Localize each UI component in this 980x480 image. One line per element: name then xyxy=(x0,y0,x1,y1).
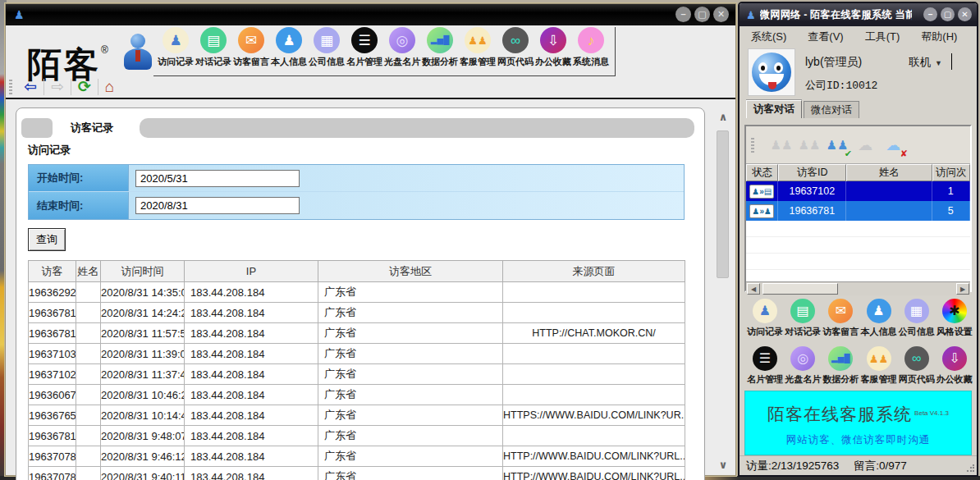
end-chat[interactable]: ☁ xyxy=(851,133,879,158)
col-name[interactable]: 姓名 xyxy=(76,261,101,282)
accept-chat[interactable]: ♟♟✔ xyxy=(823,133,851,158)
visitor-messages[interactable]: ✉访客留言 xyxy=(232,27,270,74)
col-region[interactable]: 访客地区 xyxy=(318,261,503,282)
visitor-name xyxy=(846,201,932,221)
table-row[interactable]: 196367812020/8/31 9:48:07183.44.208.184广… xyxy=(29,426,685,446)
close-button[interactable]: ✕ xyxy=(713,7,729,22)
start-date-input[interactable] xyxy=(135,170,300,187)
company-info[interactable]: ▦公司信息 xyxy=(898,299,936,340)
tab-visitor-chat[interactable]: 访客对话 xyxy=(746,100,802,118)
console-titlebar[interactable]: ♟ 微网网络 - 陌客在线客服系统 当前位... – ▢ ✕ xyxy=(740,3,977,26)
table-row[interactable]: 196367652020/8/31 10:14:47183.44.208.184… xyxy=(29,405,685,426)
table-row[interactable]: 196371022020/8/31 11:37:45183.44.208.184… xyxy=(29,364,685,385)
col-visit-count[interactable]: 访问次 xyxy=(932,164,970,181)
vertical-scrollbar[interactable]: ∧ ∨ xyxy=(714,109,732,473)
back-button[interactable]: ⇦ xyxy=(17,78,44,96)
close-button[interactable]: ✕ xyxy=(958,7,972,21)
main-titlebar[interactable]: ♟ – ▢ ✕ xyxy=(6,4,735,25)
col-ip[interactable]: IP xyxy=(185,261,318,282)
horizontal-scrollbar[interactable]: ◀ ▶ xyxy=(746,281,970,295)
table-row[interactable]: 196370782020/8/31 9:46:12183.44.208.184广… xyxy=(29,446,685,467)
table-header-row: 访客 姓名 访问时间 IP 访客地区 来源页面 xyxy=(29,261,685,282)
card-management[interactable]: ☰名片管理 xyxy=(346,27,383,74)
visitor-status-icon: ♟»▤ xyxy=(749,185,774,199)
cell-ip: 183.44.208.184 xyxy=(185,323,318,344)
scroll-left-icon[interactable]: ◀ xyxy=(747,283,760,295)
scrollbar-thumb[interactable] xyxy=(717,130,729,278)
minimize-button[interactable]: – xyxy=(675,7,691,22)
maximize-button[interactable]: ▢ xyxy=(694,7,710,22)
table-row[interactable]: 196371032020/8/31 11:39:08183.44.208.184… xyxy=(29,344,685,364)
my-info[interactable]: ♟本人信息 xyxy=(860,299,898,340)
table-row[interactable]: 196362922020/8/31 14:35:01183.44.208.184… xyxy=(29,282,685,303)
end-date-input[interactable] xyxy=(135,197,300,214)
visit-records[interactable]: ♟访问记录 xyxy=(746,299,784,340)
scroll-up-icon[interactable]: ∧ xyxy=(717,111,730,124)
icon-label: 名片管理 xyxy=(346,56,382,68)
status-dropdown[interactable]: 联机▼ xyxy=(909,55,942,70)
service-management[interactable]: ♟♟客服管理 xyxy=(459,27,497,74)
company-info[interactable]: ▦公司信息 xyxy=(308,27,346,74)
minimize-button[interactable]: – xyxy=(923,7,937,21)
scroll-down-icon[interactable]: ∨ xyxy=(717,459,730,472)
disc-card[interactable]: ◎光盘名片 xyxy=(383,27,421,74)
cell-visitor: 19637078 xyxy=(29,467,76,480)
card-management[interactable]: ☰名片管理 xyxy=(746,346,784,387)
table-row[interactable]: 196367812020/8/31 14:24:24183.44.208.184… xyxy=(29,303,685,323)
invite-visitor[interactable]: ♟♟ xyxy=(767,133,795,158)
visitor-chat-panel: ♟♟♟♟♟♟✔☁☁✘ 状态 访客ID 姓名 访问次 ♟»▤ 19637102 1… xyxy=(744,125,972,292)
home-button[interactable]: ⌂ xyxy=(98,78,121,96)
col-source[interactable]: 来源页面 xyxy=(503,261,685,282)
icon-label: 访问记录 xyxy=(158,56,194,68)
cell-source: HTTPS://WWW.BAIDU.COM/LINK?UR.. xyxy=(503,405,685,426)
menu-view[interactable]: 查看(V) xyxy=(808,30,843,44)
tab-wechat-chat[interactable]: 微信对话 xyxy=(804,101,859,118)
cell-ip: 183.44.208.184 xyxy=(185,446,318,467)
col-time[interactable]: 访问时间 xyxy=(101,261,185,282)
col-visitor[interactable]: 访客 xyxy=(29,261,76,282)
cell-visitor: 19636781 xyxy=(29,323,76,344)
table-row[interactable]: 196370782020/8/31 9:40:11183.44.208.184广… xyxy=(29,467,685,480)
refresh-button[interactable]: ⟳ xyxy=(71,78,98,96)
data-analysis[interactable]: ▂▅█数据分析 xyxy=(421,27,459,74)
visit-count: 5 xyxy=(932,201,970,221)
col-name[interactable]: 姓名 xyxy=(846,164,932,181)
data-analysis[interactable]: ▂▅█数据分析 xyxy=(822,346,859,387)
scroll-right-icon[interactable]: ▶ xyxy=(956,283,969,295)
system-messages[interactable]: ♪系统消息 xyxy=(572,27,610,74)
chat-records[interactable]: ▤对话记录 xyxy=(195,27,232,74)
card-management-icon: ☰ xyxy=(351,27,378,53)
my-info[interactable]: ♟本人信息 xyxy=(270,27,308,74)
maximize-button[interactable]: ▢ xyxy=(941,7,955,21)
resize-grip[interactable] xyxy=(966,464,974,473)
style-settings[interactable]: ✱风格设置 xyxy=(936,299,973,340)
disc-card[interactable]: ◎光盘名片 xyxy=(784,346,822,387)
chat-records-icon: ▤ xyxy=(790,299,815,323)
chat-records[interactable]: ▤对话记录 xyxy=(784,299,822,340)
scrollbar-thumb[interactable] xyxy=(762,283,838,295)
menu-system[interactable]: 系统(S) xyxy=(751,30,786,44)
col-status[interactable]: 状态 xyxy=(746,164,778,181)
table-row[interactable]: 196367812020/8/31 11:57:57183.44.208.184… xyxy=(29,323,685,344)
service-management[interactable]: ♟♟客服管理 xyxy=(860,346,898,387)
menu-tools[interactable]: 工具(T) xyxy=(865,30,900,44)
cell-visitor: 19636765 xyxy=(29,405,76,426)
visitor-list-empty[interactable] xyxy=(746,221,970,281)
web-code[interactable]: ∞网页代码 xyxy=(497,27,534,74)
query-button[interactable]: 查询 xyxy=(28,228,66,251)
office-favorites[interactable]: ⇩办公收藏 xyxy=(936,346,973,387)
office-favorites[interactable]: ⇩办公收藏 xyxy=(534,27,572,74)
cell-ip: 183.44.208.184 xyxy=(185,385,318,405)
close-chat[interactable]: ☁✘ xyxy=(879,133,907,158)
visitor-row[interactable]: ♟»▤ 19637102 1 xyxy=(746,181,970,201)
visitor-messages[interactable]: ✉访客留言 xyxy=(822,299,859,340)
transfer-visitor[interactable]: ♟♟ xyxy=(795,133,823,158)
menu-help[interactable]: 帮助(H) xyxy=(921,30,957,44)
cell-region: 广东省 xyxy=(318,405,503,426)
visit-records[interactable]: ♟访问记录 xyxy=(157,27,195,74)
forward-button[interactable]: ⇨ xyxy=(44,78,71,96)
table-row[interactable]: 196360672020/8/31 10:46:24183.44.208.184… xyxy=(29,385,685,405)
col-visitor-id[interactable]: 访客ID xyxy=(778,164,846,181)
visitor-row[interactable]: ♟»♟ 19636781 5 xyxy=(746,201,970,221)
web-code[interactable]: ∞网页代码 xyxy=(898,346,936,387)
